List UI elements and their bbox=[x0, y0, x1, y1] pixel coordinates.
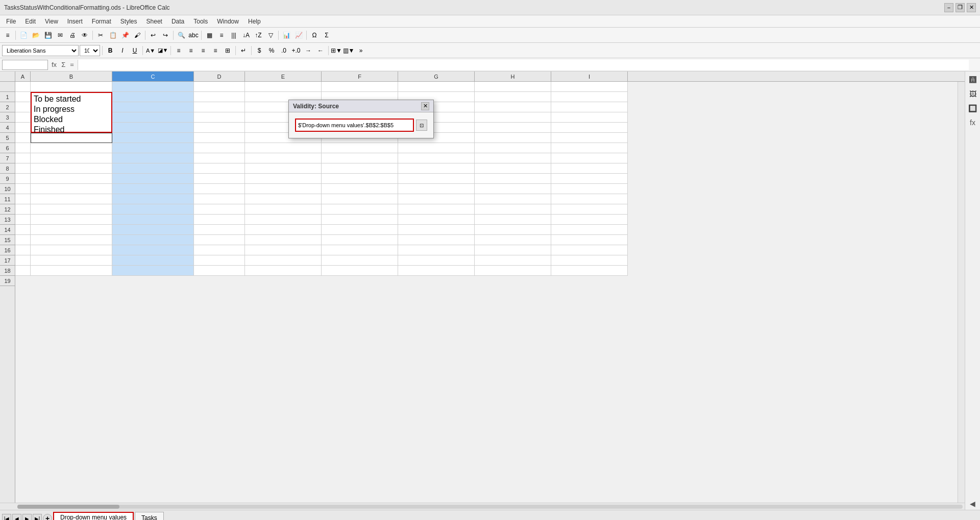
cell-c19[interactable] bbox=[112, 266, 194, 276]
cell-i8[interactable] bbox=[551, 153, 628, 163]
col-header-h[interactable]: H bbox=[475, 72, 551, 81]
cell-d13[interactable] bbox=[194, 204, 245, 215]
cell-e12[interactable] bbox=[245, 194, 322, 204]
cell-h13[interactable] bbox=[475, 204, 551, 215]
bold-button[interactable]: B bbox=[105, 45, 116, 56]
row-header-10[interactable]: 10 bbox=[0, 184, 15, 194]
cell-d4[interactable] bbox=[194, 112, 245, 123]
cell-a7[interactable] bbox=[15, 143, 31, 153]
cell-c4[interactable] bbox=[112, 112, 194, 123]
menu-file[interactable]: File bbox=[2, 17, 20, 26]
inc-indent[interactable]: → bbox=[303, 45, 314, 56]
sheet-tab-tasks[interactable]: Tasks bbox=[135, 512, 164, 520]
cell-a19[interactable] bbox=[15, 266, 31, 276]
cell-e9[interactable] bbox=[245, 163, 322, 174]
cell-b2-b5-merged[interactable]: To be started In progress Blocked Finish… bbox=[31, 92, 112, 133]
cell-i2[interactable] bbox=[551, 92, 628, 102]
cell-g10[interactable] bbox=[398, 174, 475, 184]
cell-g8[interactable] bbox=[398, 153, 475, 163]
font-color[interactable]: A▼ bbox=[145, 45, 156, 56]
align-right[interactable]: ≡ bbox=[198, 45, 209, 56]
cell-d1[interactable] bbox=[194, 82, 245, 92]
cell-h11[interactable] bbox=[475, 184, 551, 194]
sum-button[interactable]: Σ bbox=[60, 61, 67, 68]
equals-button[interactable]: = bbox=[68, 61, 76, 68]
cell-f14[interactable] bbox=[322, 215, 398, 225]
cell-d10[interactable] bbox=[194, 174, 245, 184]
cell-i6[interactable] bbox=[551, 133, 628, 143]
cell-i16[interactable] bbox=[551, 235, 628, 245]
cell-e19[interactable] bbox=[245, 266, 322, 276]
row-header-9[interactable]: 9 bbox=[0, 174, 15, 184]
cell-b1[interactable] bbox=[31, 82, 112, 92]
table-button[interactable]: ▦ bbox=[204, 30, 215, 41]
menu-sheet[interactable]: Sheet bbox=[142, 17, 166, 26]
cell-b7[interactable] bbox=[31, 143, 112, 153]
gallery-icon[interactable]: 🖼 bbox=[967, 88, 979, 100]
underline-button[interactable]: U bbox=[129, 45, 140, 56]
cell-d6[interactable] bbox=[194, 133, 245, 143]
cell-a12[interactable] bbox=[15, 194, 31, 204]
cell-g19[interactable] bbox=[398, 266, 475, 276]
cell-b13[interactable] bbox=[31, 204, 112, 215]
col-header-b[interactable]: B bbox=[31, 72, 112, 81]
cell-a1[interactable] bbox=[15, 82, 31, 92]
cell-i19[interactable] bbox=[551, 266, 628, 276]
cell-f11[interactable] bbox=[322, 184, 398, 194]
cell-b16[interactable] bbox=[31, 235, 112, 245]
minimize-button[interactable]: − bbox=[944, 3, 953, 12]
cell-g11[interactable] bbox=[398, 184, 475, 194]
cell-d5[interactable] bbox=[194, 123, 245, 133]
email-button[interactable]: ✉ bbox=[55, 30, 66, 41]
cell-d15[interactable] bbox=[194, 225, 245, 235]
cell-a14[interactable] bbox=[15, 215, 31, 225]
more-btn[interactable]: » bbox=[355, 45, 366, 56]
cell-e13[interactable] bbox=[245, 204, 322, 215]
cell-c1[interactable] bbox=[112, 82, 194, 92]
cell-i15[interactable] bbox=[551, 225, 628, 235]
menu-icon[interactable]: ≡ bbox=[2, 30, 13, 41]
save-button[interactable]: 💾 bbox=[42, 30, 54, 41]
cell-i18[interactable] bbox=[551, 255, 628, 266]
col-header-i[interactable]: I bbox=[551, 72, 628, 81]
row-header-18[interactable]: 18 bbox=[0, 266, 15, 276]
cell-a18[interactable] bbox=[15, 255, 31, 266]
chart-button[interactable]: 📊 bbox=[281, 30, 292, 41]
menu-edit[interactable]: Edit bbox=[21, 17, 40, 26]
cell-a10[interactable] bbox=[15, 174, 31, 184]
cell-h18[interactable] bbox=[475, 255, 551, 266]
cell-h6[interactable] bbox=[475, 133, 551, 143]
cell-h16[interactable] bbox=[475, 235, 551, 245]
cell-a15[interactable] bbox=[15, 225, 31, 235]
cell-g18[interactable] bbox=[398, 255, 475, 266]
cell-c12[interactable] bbox=[112, 194, 194, 204]
copy-button[interactable]: 📋 bbox=[107, 30, 118, 41]
row-header-1[interactable]: 1 bbox=[0, 92, 15, 102]
cell-f13[interactable] bbox=[322, 204, 398, 215]
cell-reference-input[interactable] bbox=[2, 60, 48, 70]
menu-tools[interactable]: Tools bbox=[189, 17, 212, 26]
cell-g16[interactable] bbox=[398, 235, 475, 245]
percent[interactable]: % bbox=[266, 45, 277, 56]
cell-f7[interactable] bbox=[322, 143, 398, 153]
cell-c7[interactable] bbox=[112, 143, 194, 153]
cell-a4[interactable] bbox=[15, 112, 31, 123]
spell-button[interactable]: abc bbox=[188, 30, 199, 41]
col-button[interactable]: ||| bbox=[228, 30, 239, 41]
col-header-g[interactable]: G bbox=[398, 72, 475, 81]
cell-i13[interactable] bbox=[551, 204, 628, 215]
undo-button[interactable]: ↩ bbox=[148, 30, 159, 41]
cell-h17[interactable] bbox=[475, 245, 551, 255]
cell-b17[interactable] bbox=[31, 245, 112, 255]
new-button[interactable]: 📄 bbox=[18, 30, 29, 41]
row-header-16[interactable]: 16 bbox=[0, 245, 15, 255]
cell-c11[interactable] bbox=[112, 184, 194, 194]
menu-window[interactable]: Window bbox=[213, 17, 243, 26]
collapse-sidebar-icon[interactable]: ◀ bbox=[967, 498, 979, 510]
cell-e14[interactable] bbox=[245, 215, 322, 225]
cell-g9[interactable] bbox=[398, 163, 475, 174]
borders[interactable]: ⊞▼ bbox=[331, 45, 342, 56]
cell-i7[interactable] bbox=[551, 143, 628, 153]
cell-h10[interactable] bbox=[475, 174, 551, 184]
dec-decimal[interactable]: +.0 bbox=[290, 45, 302, 56]
